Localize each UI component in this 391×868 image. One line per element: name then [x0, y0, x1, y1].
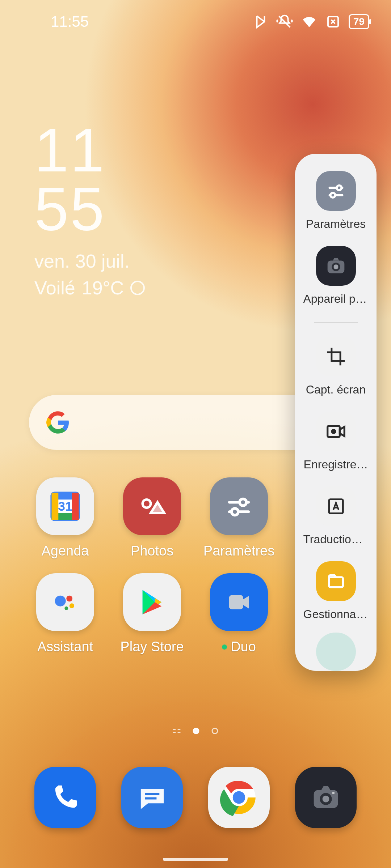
- calendar-icon: 31: [36, 477, 94, 535]
- page-dot[interactable]: [212, 728, 218, 734]
- weather-sun-icon: [130, 281, 145, 295]
- svg-point-8: [143, 499, 151, 508]
- status-time: 11:55: [51, 13, 89, 30]
- google-logo-icon: [46, 411, 70, 434]
- sidebar-item-filemanager[interactable]: Gestionnair…: [295, 561, 377, 621]
- clock-widget[interactable]: 11 55 ven. 30 juil. Voilé 19°C: [34, 121, 145, 299]
- app-assistant[interactable]: Assistant: [22, 573, 109, 655]
- files-icon: [316, 561, 356, 601]
- play-store-icon: [123, 573, 181, 631]
- dock-phone[interactable]: [22, 767, 109, 839]
- svg-text:31: 31: [58, 499, 72, 514]
- sidebar-item-label: Traduction…: [303, 533, 369, 546]
- sidebar-item-screenrecord[interactable]: Enregistre…: [295, 412, 377, 471]
- svg-point-16: [64, 607, 68, 610]
- sidebar-item-peek[interactable]: [316, 633, 356, 671]
- wifi-icon: [301, 13, 318, 30]
- settings-icon: [316, 171, 356, 211]
- duo-icon: [210, 573, 268, 631]
- settings-icon: [210, 477, 268, 535]
- svg-point-12: [231, 509, 238, 515]
- app-label: Assistant: [37, 639, 93, 655]
- camera-icon: [316, 246, 356, 286]
- clock-weather[interactable]: Voilé 19°C: [34, 277, 145, 299]
- svg-point-28: [337, 186, 341, 190]
- svg-point-26: [332, 792, 335, 794]
- svg-point-25: [323, 796, 329, 803]
- sidebar-item-label: Capt. écran: [306, 383, 366, 396]
- svg-rect-5: [52, 493, 59, 520]
- svg-rect-37: [329, 577, 343, 587]
- app-label: Agenda: [41, 543, 89, 559]
- translate-icon: [316, 486, 356, 526]
- app-label: Duo: [222, 639, 256, 655]
- sidebar-item-camera[interactable]: Appareil ph…: [295, 246, 377, 306]
- svg-rect-6: [72, 493, 79, 520]
- app-playstore[interactable]: Play Store: [109, 573, 196, 655]
- no-sim-icon: [325, 14, 341, 29]
- record-icon: [316, 412, 356, 451]
- svg-point-35: [332, 430, 335, 433]
- battery-icon: 79: [349, 14, 369, 29]
- app-label: Photos: [131, 543, 173, 559]
- vibrate-icon: [276, 13, 293, 30]
- app-label: Paramètres: [203, 543, 274, 559]
- app-agenda[interactable]: 31 Agenda: [22, 477, 109, 559]
- svg-point-30: [330, 193, 335, 197]
- dock-messages[interactable]: [109, 767, 196, 839]
- status-bar: 11:55 79: [0, 0, 391, 43]
- sidebar-item-translation[interactable]: Traduction…: [295, 486, 377, 546]
- nfc-icon: [253, 14, 268, 29]
- messages-icon: [121, 767, 183, 828]
- smart-sidebar[interactable]: Paramètres Appareil ph… Capt. écran Enre…: [295, 154, 377, 671]
- dock-camera[interactable]: [282, 767, 369, 839]
- clock-minutes: 55: [34, 180, 145, 238]
- assistant-icon: [36, 573, 94, 631]
- sidebar-item-label: Paramètres: [306, 217, 366, 231]
- gesture-bar[interactable]: [163, 858, 228, 861]
- sidebar-item-settings[interactable]: Paramètres: [295, 171, 377, 231]
- svg-point-13: [55, 596, 66, 607]
- sidebar-item-label: Gestionnair…: [303, 608, 369, 621]
- svg-point-15: [70, 603, 74, 608]
- sidebar-item-label: Enregistre…: [304, 458, 368, 471]
- clock-date: ven. 30 juil.: [34, 250, 145, 272]
- notification-dot-icon: [222, 644, 227, 650]
- svg-rect-17: [229, 595, 243, 609]
- app-duo[interactable]: Duo: [196, 573, 282, 655]
- dock: [0, 767, 391, 839]
- chrome-icon: [208, 767, 270, 828]
- sidebar-item-label: Appareil ph…: [303, 292, 369, 306]
- svg-point-33: [333, 264, 338, 269]
- app-settings[interactable]: Paramètres: [196, 477, 282, 559]
- app-label: Play Store: [120, 639, 184, 655]
- sidebar-divider: [314, 322, 358, 323]
- page-indicator[interactable]: [173, 728, 218, 734]
- photos-icon: [123, 477, 181, 535]
- app-photos[interactable]: Photos: [109, 477, 196, 559]
- app-drawer-indicator-icon[interactable]: [173, 729, 181, 733]
- crop-icon: [316, 337, 356, 376]
- clock-hours: 11: [34, 121, 145, 180]
- svg-point-14: [66, 596, 72, 602]
- camera-icon: [295, 767, 357, 828]
- status-icons: 79: [253, 13, 369, 30]
- page-dot-active[interactable]: [193, 728, 199, 734]
- svg-point-10: [240, 499, 247, 506]
- phone-icon: [34, 767, 96, 828]
- dock-chrome[interactable]: [196, 767, 282, 839]
- sidebar-item-screenshot[interactable]: Capt. écran: [295, 337, 377, 396]
